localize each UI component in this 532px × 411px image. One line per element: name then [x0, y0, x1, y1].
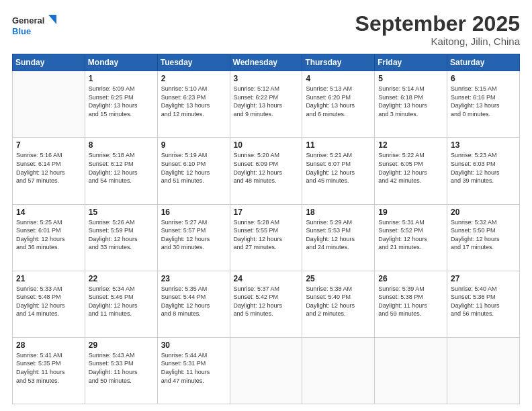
calendar-cell: 25Sunrise: 5:38 AM Sunset: 5:40 PM Dayli…: [302, 271, 375, 337]
svg-text:General: General: [12, 15, 44, 26]
day-number: 6: [451, 74, 516, 83]
weekday-header-wednesday: Wednesday: [230, 54, 302, 71]
calendar-cell: 1Sunrise: 5:09 AM Sunset: 6:25 PM Daylig…: [85, 71, 157, 138]
day-detail: Sunrise: 5:28 AM Sunset: 5:55 PM Dayligh…: [234, 218, 299, 252]
calendar-cell: 17Sunrise: 5:28 AM Sunset: 5:55 PM Dayli…: [230, 204, 302, 271]
day-number: 26: [378, 274, 443, 283]
day-number: 12: [378, 140, 443, 150]
day-number: 2: [161, 74, 226, 83]
day-number: 28: [16, 340, 81, 350]
day-detail: Sunrise: 5:23 AM Sunset: 6:03 PM Dayligh…: [451, 151, 516, 185]
day-number: 24: [234, 274, 299, 283]
weekday-header-saturday: Saturday: [447, 54, 520, 71]
calendar-cell: 10Sunrise: 5:20 AM Sunset: 6:09 PM Dayli…: [230, 138, 302, 204]
day-number: 1: [89, 74, 154, 83]
day-number: 17: [234, 208, 299, 217]
weekday-header-sunday: Sunday: [13, 54, 85, 71]
calendar-cell: 16Sunrise: 5:27 AM Sunset: 5:57 PM Dayli…: [157, 204, 230, 271]
day-number: 4: [306, 74, 371, 83]
day-detail: Sunrise: 5:27 AM Sunset: 5:57 PM Dayligh…: [161, 218, 226, 252]
day-detail: Sunrise: 5:43 AM Sunset: 5:33 PM Dayligh…: [89, 351, 154, 385]
calendar-cell: 9Sunrise: 5:19 AM Sunset: 6:10 PM Daylig…: [157, 138, 230, 204]
day-detail: Sunrise: 5:09 AM Sunset: 6:25 PM Dayligh…: [89, 85, 154, 118]
calendar-cell: 2Sunrise: 5:10 AM Sunset: 6:23 PM Daylig…: [157, 71, 230, 138]
calendar-cell: 30Sunrise: 5:44 AM Sunset: 5:31 PM Dayli…: [157, 337, 230, 404]
week-row-4: 21Sunrise: 5:33 AM Sunset: 5:48 PM Dayli…: [13, 271, 520, 337]
calendar-cell: [447, 337, 520, 404]
calendar-cell: [302, 337, 375, 404]
day-number: 8: [89, 140, 154, 150]
day-number: 19: [378, 208, 443, 217]
calendar-cell: 7Sunrise: 5:16 AM Sunset: 6:14 PM Daylig…: [13, 138, 85, 204]
calendar-cell: 6Sunrise: 5:15 AM Sunset: 6:16 PM Daylig…: [447, 71, 520, 138]
calendar-cell: 12Sunrise: 5:22 AM Sunset: 6:05 PM Dayli…: [375, 138, 447, 204]
day-detail: Sunrise: 5:33 AM Sunset: 5:48 PM Dayligh…: [16, 285, 81, 318]
day-detail: Sunrise: 5:39 AM Sunset: 5:38 PM Dayligh…: [378, 285, 443, 318]
calendar-cell: 11Sunrise: 5:21 AM Sunset: 6:07 PM Dayli…: [302, 138, 375, 204]
day-number: 14: [16, 208, 81, 217]
week-row-3: 14Sunrise: 5:25 AM Sunset: 6:01 PM Dayli…: [13, 204, 520, 271]
weekday-header-friday: Friday: [375, 54, 447, 71]
day-detail: Sunrise: 5:18 AM Sunset: 6:12 PM Dayligh…: [89, 151, 154, 185]
month-title: September 2025: [355, 12, 520, 36]
logo: General Blue: [12, 12, 59, 38]
day-number: 9: [161, 140, 226, 150]
weekday-header-thursday: Thursday: [302, 54, 375, 71]
calendar-page: General Blue September 2025 Kaitong, Jil…: [0, 0, 532, 411]
day-number: 3: [234, 74, 299, 83]
day-detail: Sunrise: 5:26 AM Sunset: 5:59 PM Dayligh…: [89, 218, 154, 252]
day-detail: Sunrise: 5:19 AM Sunset: 6:10 PM Dayligh…: [161, 151, 226, 185]
day-detail: Sunrise: 5:41 AM Sunset: 5:35 PM Dayligh…: [16, 351, 81, 385]
day-number: 27: [451, 274, 516, 283]
calendar-table: SundayMondayTuesdayWednesdayThursdayFrid…: [12, 54, 520, 404]
day-detail: Sunrise: 5:31 AM Sunset: 5:52 PM Dayligh…: [378, 218, 443, 252]
calendar-cell: 14Sunrise: 5:25 AM Sunset: 6:01 PM Dayli…: [13, 204, 85, 271]
day-number: 22: [89, 274, 154, 283]
calendar-cell: 8Sunrise: 5:18 AM Sunset: 6:12 PM Daylig…: [85, 138, 157, 204]
calendar-cell: 24Sunrise: 5:37 AM Sunset: 5:42 PM Dayli…: [230, 271, 302, 337]
day-detail: Sunrise: 5:35 AM Sunset: 5:44 PM Dayligh…: [161, 285, 226, 318]
calendar-cell: 23Sunrise: 5:35 AM Sunset: 5:44 PM Dayli…: [157, 271, 230, 337]
day-detail: Sunrise: 5:44 AM Sunset: 5:31 PM Dayligh…: [161, 351, 226, 385]
calendar-cell: 27Sunrise: 5:40 AM Sunset: 5:36 PM Dayli…: [447, 271, 520, 337]
calendar-cell: [375, 337, 447, 404]
day-number: 23: [161, 274, 226, 283]
calendar-cell: 19Sunrise: 5:31 AM Sunset: 5:52 PM Dayli…: [375, 204, 447, 271]
day-detail: Sunrise: 5:20 AM Sunset: 6:09 PM Dayligh…: [234, 151, 299, 185]
day-number: 16: [161, 208, 226, 217]
day-detail: Sunrise: 5:13 AM Sunset: 6:20 PM Dayligh…: [306, 85, 371, 118]
day-number: 18: [306, 208, 371, 217]
calendar-cell: 22Sunrise: 5:34 AM Sunset: 5:46 PM Dayli…: [85, 271, 157, 337]
calendar-cell: 4Sunrise: 5:13 AM Sunset: 6:20 PM Daylig…: [302, 71, 375, 138]
weekday-header-monday: Monday: [85, 54, 157, 71]
day-number: 10: [234, 140, 299, 150]
day-detail: Sunrise: 5:15 AM Sunset: 6:16 PM Dayligh…: [451, 85, 516, 118]
day-detail: Sunrise: 5:16 AM Sunset: 6:14 PM Dayligh…: [16, 151, 81, 185]
day-detail: Sunrise: 5:37 AM Sunset: 5:42 PM Dayligh…: [234, 285, 299, 318]
day-detail: Sunrise: 5:10 AM Sunset: 6:23 PM Dayligh…: [161, 85, 226, 118]
calendar-cell: 5Sunrise: 5:14 AM Sunset: 6:18 PM Daylig…: [375, 71, 447, 138]
day-number: 20: [451, 208, 516, 217]
calendar-cell: [13, 71, 85, 138]
calendar-cell: [230, 337, 302, 404]
day-number: 21: [16, 274, 81, 283]
day-number: 13: [451, 140, 516, 150]
week-row-2: 7Sunrise: 5:16 AM Sunset: 6:14 PM Daylig…: [13, 138, 520, 204]
day-detail: Sunrise: 5:12 AM Sunset: 6:22 PM Dayligh…: [234, 85, 299, 118]
logo-svg: General Blue: [12, 12, 59, 38]
day-number: 29: [89, 340, 154, 350]
day-number: 5: [378, 74, 443, 83]
calendar-cell: 15Sunrise: 5:26 AM Sunset: 5:59 PM Dayli…: [85, 204, 157, 271]
day-detail: Sunrise: 5:32 AM Sunset: 5:50 PM Dayligh…: [451, 218, 516, 252]
week-row-1: 1Sunrise: 5:09 AM Sunset: 6:25 PM Daylig…: [13, 71, 520, 138]
day-number: 11: [306, 140, 371, 150]
header: General Blue September 2025 Kaitong, Jil…: [12, 12, 520, 47]
svg-marker-2: [48, 15, 56, 24]
calendar-cell: 18Sunrise: 5:29 AM Sunset: 5:53 PM Dayli…: [302, 204, 375, 271]
calendar-cell: 28Sunrise: 5:41 AM Sunset: 5:35 PM Dayli…: [13, 337, 85, 404]
calendar-cell: 26Sunrise: 5:39 AM Sunset: 5:38 PM Dayli…: [375, 271, 447, 337]
day-detail: Sunrise: 5:25 AM Sunset: 6:01 PM Dayligh…: [16, 218, 81, 252]
location-title: Kaitong, Jilin, China: [355, 36, 520, 47]
day-detail: Sunrise: 5:21 AM Sunset: 6:07 PM Dayligh…: [306, 151, 371, 185]
header-row: SundayMondayTuesdayWednesdayThursdayFrid…: [13, 54, 520, 71]
